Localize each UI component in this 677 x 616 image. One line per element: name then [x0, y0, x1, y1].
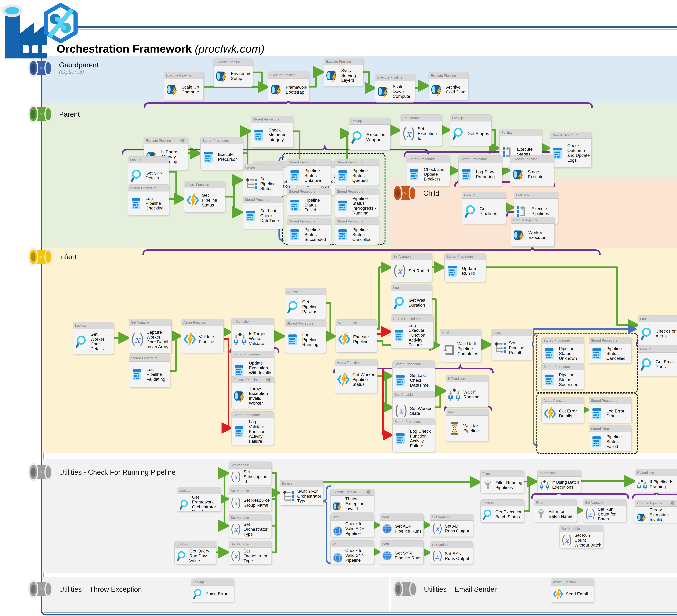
setvar-icon [230, 471, 241, 482]
activity-get-query-run-days-value: Lookup Get Query Run Days Value [174, 541, 216, 565]
activity-set-orchestrator-type: Set Variable Set Orchestrator Type [229, 514, 272, 538]
activity-log-pipeline-checking: Stored Procedure Log Pipeline Checking [128, 184, 169, 215]
activity-header: Execute Pipeline [164, 72, 204, 79]
activity-label: Get Error Details [559, 409, 583, 419]
activity-header: Lookup [285, 288, 326, 295]
activity-header: Set Variable [129, 319, 171, 326]
activity-body: Worker Executor [511, 224, 554, 247]
section-label: Parent [59, 111, 80, 118]
pipe-icon [28, 104, 55, 124]
lookup-icon [482, 509, 493, 520]
sp-icon [394, 432, 408, 446]
activity-header: Set Variable [229, 462, 271, 469]
sp-icon [590, 347, 604, 361]
switch-icon [493, 341, 507, 355]
activity-header: Switch [243, 165, 283, 171]
activity-type-label: Filter [483, 472, 490, 476]
activity-framework-bootstrap: Execute Pipeline Framework Bootstrap [268, 72, 309, 101]
activity-label: Get Query Run Days Value [189, 549, 215, 563]
activity-label: Log Pipeline Running [302, 333, 324, 347]
activity-header: Stored Procedure [391, 315, 433, 322]
lookup-icon [393, 296, 407, 310]
activity-type-label: Execute Pipeline [637, 501, 662, 505]
pipeline-reference-badge-icon [265, 377, 272, 383]
section-label: Utilities – Email Sender [424, 585, 497, 593]
activity-label: Set Last Check DateTime [260, 209, 281, 223]
activity-pipeline-status-suceeded: Stored Procedure Pipeline Status Suceede… [541, 363, 584, 390]
activity-type-label: Stored Procedure [245, 198, 271, 202]
activity-set-run-count-without-batch: Set Variable Set Run Count Without Batch [559, 525, 603, 548]
activity-header: Stored Procedure [459, 156, 502, 163]
activity-label: Filter for Batch Name [549, 509, 575, 519]
activity-header: Web [380, 540, 423, 547]
activity-body: Set Orchestrator Type [229, 521, 271, 538]
activity-label: Get Framework Orchestrator Details [192, 495, 219, 512]
sp-icon [336, 228, 350, 242]
activity-body: Set Last Check DateTime [243, 203, 283, 229]
activity-body: Filter Running Pipelines [481, 477, 524, 493]
sp-icon [233, 425, 247, 439]
activity-label: Execution Wrapper [366, 132, 389, 142]
activity-header: Set Variable [430, 514, 473, 521]
activity-type-label: Azure Function [186, 183, 209, 187]
section-label: Grandparent [59, 61, 99, 69]
activity-type-label: Web [382, 542, 389, 546]
activity-label: Stage Executor [528, 170, 552, 179]
activity-body: If Using Batch Executions [538, 477, 581, 493]
pipe-icon [377, 85, 391, 99]
activity-label: Throw Exception – Invalid Worker [345, 496, 373, 512]
activity-header: Stored Procedure [542, 337, 584, 344]
activity-header: Azure Function [335, 359, 377, 366]
activity-label: Throw Exception – Invalid Worker [650, 508, 677, 523]
activity-header: Set Variable [430, 541, 473, 548]
activity-pipeline-status-cancelled: Stored Procedure Pipeline Status Cancell… [589, 337, 632, 363]
activity-body: Pipeline Status Cancelled [335, 225, 378, 245]
activity-body: Pipeline Status Cancelled [589, 344, 631, 363]
activity-filter-for-batch-name: Filter Filter for Batch Name [534, 499, 577, 522]
activity-header: Set Variable [560, 525, 603, 532]
activity-header: Stored Procedure [393, 419, 435, 425]
activity-type-label: Lookup [130, 158, 141, 162]
sp-icon [288, 198, 303, 212]
activity-body: Get Query Run Days Value [175, 548, 216, 564]
section-header-util-throw: Utilities – Throw Exception [28, 579, 142, 599]
activity-type-label: Execute Pipeline [513, 218, 538, 222]
activity-type-label: Azure Function [553, 580, 576, 584]
activity-type-label: Set Variable [131, 320, 149, 324]
activity-set-run-id: Set Variable Set Run Id [391, 253, 432, 282]
pipe-icon [636, 512, 648, 523]
activity-check-outcome-and-update-logs: Stored Procedure Check Outcome and Updat… [550, 132, 592, 168]
activity-type-label: Execute Pipeline [512, 157, 538, 161]
activity-label: Set Orchestrator Type [243, 549, 270, 563]
activity-type-label: Stored Procedure [233, 413, 260, 417]
section-header-infant: Infant [28, 247, 77, 267]
activity-body: Switch For Orchestrator Type [280, 487, 323, 505]
activity-header: Lookup [450, 115, 491, 122]
activity-body: Get ADF Pipeline Runs [380, 521, 423, 537]
activity-set-pipeline-status: Switch Set Pipeline Status [243, 164, 283, 196]
lookup-icon [192, 588, 204, 600]
activity-label: Set Last Check DateTime [410, 373, 433, 388]
activity-label: Get Wait Duration [409, 298, 431, 308]
activity-header: Stored Procedure [335, 159, 378, 166]
sp-icon [202, 150, 216, 164]
activity-label: Log Validate Function Activity Failure [249, 420, 272, 444]
pipe-icon [233, 389, 247, 403]
activity-header: Execute Pipeline [214, 59, 253, 65]
activity-type-label: Stored Procedure [543, 339, 570, 343]
activity-body: Set Last Check DateTime [393, 367, 435, 393]
activity-header: Stored Procedure [231, 412, 274, 419]
activity-body: Check Outcome and Update Logs [550, 139, 591, 167]
func-icon [337, 332, 351, 346]
activity-header: Execute Pipeline [231, 377, 274, 383]
activity-throw-exception-invalid-worker: Execute Pipeline Throw Exception – Inval… [635, 500, 677, 523]
activity-type-label: Execute Pipeline [233, 378, 259, 382]
activity-header: Lookup [638, 346, 677, 353]
activity-set-adf-runs-output: Set Variable Set ADF Runs Output [430, 514, 473, 537]
activity-label: Pipeline Status Failed [304, 198, 329, 212]
activity-pipeline-status-failed: Stored Procedure Pipeline Status Failed [287, 188, 331, 216]
lookup-icon [75, 335, 89, 349]
activity-header: If Condition [538, 470, 581, 477]
activity-label: Set Run Count for Batch [598, 507, 625, 521]
activity-label: Check for Valid SYN Pipeline Name [345, 548, 373, 564]
